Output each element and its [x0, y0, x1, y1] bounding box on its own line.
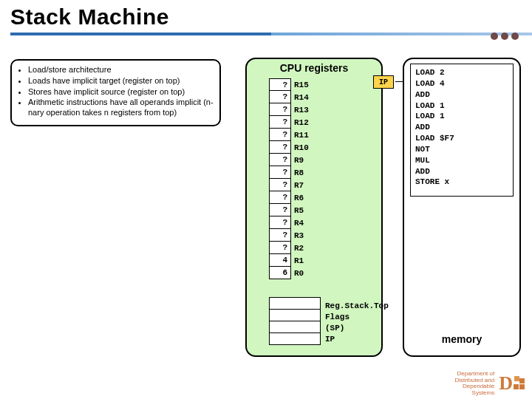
- register-value: ?: [269, 103, 291, 116]
- register-name: R8: [291, 166, 321, 179]
- meta-register-cells: [269, 297, 321, 345]
- register-row: ?R13: [269, 103, 321, 116]
- bullet-item: Stores have implicit source (register on…: [28, 87, 214, 98]
- register-row: 4R1: [269, 254, 321, 267]
- register-row: ?R14: [269, 91, 321, 103]
- register-row: 6R0: [269, 267, 321, 279]
- register-name: R14: [291, 91, 321, 103]
- register-name: R4: [291, 216, 321, 229]
- register-value: ?: [269, 191, 291, 204]
- register-name: R1: [291, 254, 321, 267]
- register-table: ?R15?R14?R13?R12?R11?R10?R9?R8?R7?R6?R5?…: [269, 78, 321, 279]
- register-value: ?: [269, 204, 291, 216]
- bullets-box: Load/store architecture Loads have impli…: [10, 59, 221, 126]
- bullets-list: Load/store architecture Loads have impli…: [18, 65, 214, 118]
- ip-pointer-tag: IP: [373, 75, 394, 89]
- register-value: 4: [269, 254, 291, 267]
- register-value: ?: [269, 216, 291, 229]
- register-row: ?R5: [269, 204, 321, 216]
- register-name: R7: [291, 179, 321, 191]
- register-value: ?: [269, 78, 291, 91]
- register-name: R12: [291, 116, 321, 129]
- register-value: ?: [269, 129, 291, 141]
- register-name: R9: [291, 154, 321, 166]
- register-row: ?R11: [269, 129, 321, 141]
- footer: Department of Distributed and Dependable…: [454, 371, 525, 396]
- register-row: ?R7: [269, 179, 321, 191]
- register-value: ?: [269, 91, 291, 103]
- register-value: ?: [269, 141, 291, 154]
- register-row: ?R12: [269, 116, 321, 129]
- footer-text: Department of Distributed and Dependable…: [454, 371, 494, 396]
- register-row: ?R10: [269, 141, 321, 154]
- bullet-item: Loads have implicit target (register on …: [28, 76, 214, 86]
- register-row: ?R2: [269, 242, 321, 254]
- register-value: ?: [269, 116, 291, 129]
- register-row: ?R6: [269, 191, 321, 204]
- meta-label: (SP): [325, 323, 389, 334]
- slide-title: Stack Machine: [0, 0, 532, 31]
- register-value: ?: [269, 242, 291, 254]
- meta-label: IP: [325, 334, 389, 345]
- register-row: ?R3: [269, 229, 321, 242]
- memory-panel: LOAD 2 LOAD 4 ADD LOAD 1 LOAD 1 ADD LOAD…: [403, 58, 521, 357]
- register-name: R0: [291, 267, 321, 279]
- register-row: ?R9: [269, 154, 321, 166]
- register-row: ?R8: [269, 166, 321, 179]
- register-name: R15: [291, 78, 321, 91]
- register-value: ?: [269, 229, 291, 242]
- register-name: R6: [291, 191, 321, 204]
- register-name: R11: [291, 129, 321, 141]
- register-value: ?: [269, 179, 291, 191]
- memory-label: memory: [404, 333, 519, 345]
- register-value: 6: [269, 267, 291, 279]
- code-listing: LOAD 2 LOAD 4 ADD LOAD 1 LOAD 1 ADD LOAD…: [410, 64, 514, 197]
- cpu-panel: CPU registers ?R15?R14?R13?R12?R11?R10?R…: [245, 58, 383, 357]
- register-row: ?R4: [269, 216, 321, 229]
- bullet-item: Load/store architecture: [28, 65, 214, 75]
- register-name: R5: [291, 204, 321, 216]
- meta-label: Flags: [325, 312, 389, 323]
- title-rule: [10, 33, 532, 35]
- register-value: ?: [269, 154, 291, 166]
- meta-register-labels: Reg.Stack.Top Flags (SP) IP: [325, 301, 389, 345]
- register-value: ?: [269, 166, 291, 179]
- register-name: R3: [291, 229, 321, 242]
- d3s-logo: D: [499, 372, 525, 395]
- register-name: R10: [291, 141, 321, 154]
- meta-label: Reg.Stack.Top: [325, 301, 389, 312]
- cpu-title: CPU registers: [247, 59, 381, 75]
- register-row: ?R15: [269, 78, 321, 91]
- register-name: R13: [291, 103, 321, 116]
- decorative-dots: [491, 33, 519, 40]
- register-name: R2: [291, 242, 321, 254]
- bullet-item: Arithmetic instructions have all operand…: [28, 98, 214, 118]
